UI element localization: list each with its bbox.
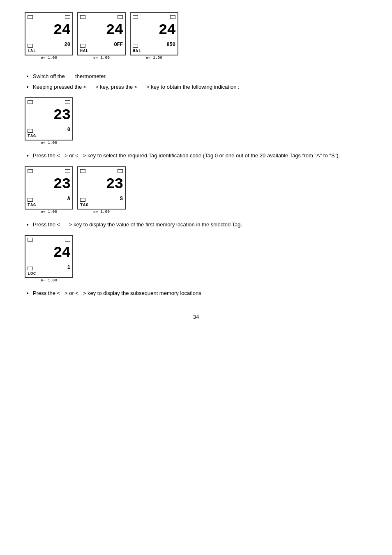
top-right-indicator-tag xyxy=(65,100,70,104)
bullet-list-3: Press the < > key to display the value o… xyxy=(25,221,367,229)
e-value-loc: e= 1.00 xyxy=(25,278,73,283)
mid-left-indicator-tag xyxy=(28,129,33,133)
label-1: LAL xyxy=(28,49,36,53)
main-number-2: 24 xyxy=(106,23,123,38)
label-2: HAL xyxy=(80,49,89,53)
display-tag-0: 23 TAG 0 e= 1.00 xyxy=(25,97,73,145)
mid-left-indicator-tags xyxy=(80,198,85,202)
top-left-indicator-loc xyxy=(28,238,33,242)
label-tag: TAG xyxy=(28,134,36,138)
display-tag-s: 23 TAG S e= 1.00 xyxy=(77,166,126,214)
main-number-loc: 24 xyxy=(53,246,70,260)
top-displays-row: 24 LAL 20 e= 1.00 24 xyxy=(25,12,367,60)
display-loc-1: 24 LOC 1 e= 1.00 xyxy=(25,235,73,283)
tag-displays-pair: 23 TAG A e= 1.00 23 xyxy=(25,166,367,214)
bullet-item-2: Keeping pressed the < > key, press the <… xyxy=(33,83,367,91)
display-hal-off: 24 HAL OFF e= 1.00 xyxy=(77,12,126,60)
bullet-text-5: Press the < > or < > key to display the … xyxy=(33,290,203,296)
bullet-list-2: Press the < > or < > key to select the r… xyxy=(25,152,367,160)
bullet-item-1: Switch off the thermometer. xyxy=(33,72,367,81)
main-number-1: 24 xyxy=(53,23,70,38)
e-value-tag: e= 1.00 xyxy=(25,140,73,145)
top-right-indicator-taga xyxy=(65,169,70,173)
top-left-indicator-2 xyxy=(80,15,85,19)
right-val-loc: 1 xyxy=(67,265,70,270)
right-val-1: 20 xyxy=(65,42,70,48)
right-val-3: 850 xyxy=(166,42,175,48)
bullet-text-4: Press the < > key to display the value o… xyxy=(33,221,242,228)
right-val-taga: A xyxy=(67,196,70,202)
display-hal-850: 24 HAL 850 e= 1.00 xyxy=(130,12,178,60)
top-right-indicator-loc xyxy=(65,238,70,242)
bullet-text-2: Keeping pressed the < > key, press the <… xyxy=(33,84,240,90)
label-loc: LOC xyxy=(28,272,36,276)
bullet-text-1: Switch off the thermometer. xyxy=(33,73,107,79)
bullet-item-3: Press the < > or < > key to select the r… xyxy=(33,152,367,160)
bullet-item-4: Press the < > key to display the value o… xyxy=(33,221,367,229)
mid-left-indicator-2 xyxy=(80,44,85,48)
bullet-item-5: Press the < > or < > key to display the … xyxy=(33,289,367,297)
page-number: 34 xyxy=(25,314,367,320)
mid-left-indicator-loc xyxy=(28,267,33,270)
top-right-indicator-tags xyxy=(118,169,123,173)
bullet-text-3: Press the < > or < > key to select the r… xyxy=(33,152,340,159)
mid-left-indicator-3 xyxy=(133,44,138,48)
label-3: HAL xyxy=(133,49,141,53)
e-value-2: e= 1.00 xyxy=(77,55,126,60)
display-lal-20: 24 LAL 20 e= 1.00 xyxy=(25,12,73,60)
bullet-list-1: Switch off the thermometer. Keeping pres… xyxy=(25,72,367,91)
bullet-list-4: Press the < > or < > key to display the … xyxy=(25,289,367,297)
label-tags: TAG xyxy=(80,203,89,207)
top-right-indicator-3 xyxy=(170,15,175,19)
right-val-tag: 0 xyxy=(67,127,70,133)
top-left-indicator-1 xyxy=(28,15,33,19)
mid-left-indicator-1 xyxy=(28,44,33,48)
label-taga: TAG xyxy=(28,203,36,207)
top-left-indicator-3 xyxy=(133,15,138,19)
top-left-indicator-taga xyxy=(28,169,33,173)
display-tag-a: 23 TAG A e= 1.00 xyxy=(25,166,73,214)
loc-display-single: 24 LOC 1 e= 1.00 xyxy=(25,235,367,283)
top-right-indicator-1 xyxy=(65,15,70,19)
e-value-3: e= 1.00 xyxy=(130,55,178,60)
main-number-taga: 23 xyxy=(53,177,70,192)
e-value-tags: e= 1.00 xyxy=(77,210,126,214)
top-left-indicator-tag xyxy=(28,100,33,104)
right-val-2: OFF xyxy=(114,42,123,48)
top-left-indicator-tags xyxy=(80,169,85,173)
main-number-3: 24 xyxy=(159,23,175,38)
right-val-tags: S xyxy=(120,196,123,202)
main-number-tags: 23 xyxy=(106,177,123,192)
mid-left-indicator-taga xyxy=(28,198,33,202)
e-value-taga: e= 1.00 xyxy=(25,210,73,214)
e-value-1: e= 1.00 xyxy=(25,55,73,60)
tag-display-single: 23 TAG 0 e= 1.00 xyxy=(25,97,367,145)
top-right-indicator-2 xyxy=(118,15,123,19)
main-number-tag: 23 xyxy=(53,108,70,123)
